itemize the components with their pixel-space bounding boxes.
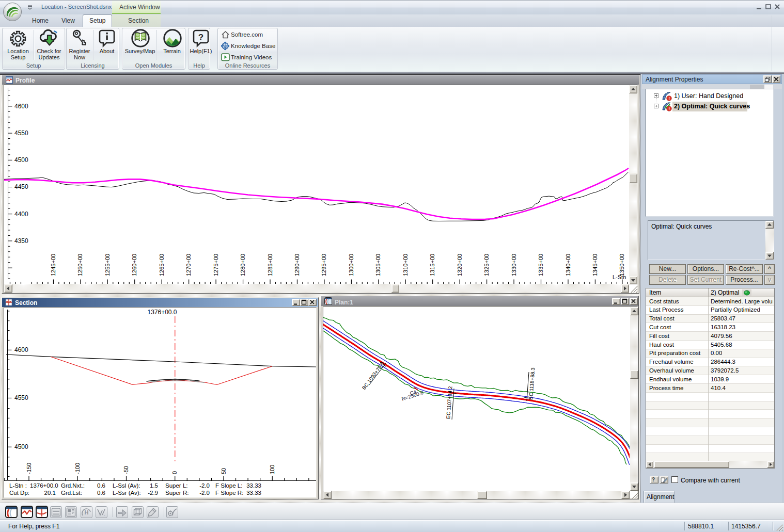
svg-text:H: H — [84, 509, 88, 515]
svg-text:4500: 4500 — [14, 443, 28, 450]
svg-text:1270+00: 1270+00 — [185, 254, 192, 276]
svg-text:1285+00: 1285+00 — [267, 254, 273, 276]
svg-text:1265+00: 1265+00 — [159, 254, 165, 276]
svg-text:-100: -100 — [74, 463, 81, 474]
svg-text:1345+00: 1345+00 — [592, 254, 598, 276]
svg-text:1330+00: 1330+00 — [511, 254, 517, 276]
svg-text:4550: 4550 — [14, 394, 28, 401]
svg-text:1376+00.0: 1376+00.0 — [147, 309, 177, 316]
svg-text:.: . — [104, 512, 105, 517]
svg-text:-50: -50 — [123, 466, 129, 474]
svg-text:4600: 4600 — [14, 346, 28, 353]
svg-text:4450: 4450 — [14, 183, 28, 190]
svg-text:1310+00: 1310+00 — [402, 254, 409, 276]
svg-text:4500: 4500 — [14, 156, 28, 164]
svg-text:1250+00: 1250+00 — [77, 254, 83, 276]
svg-text:L-Stn: L-Stn — [613, 274, 626, 280]
svg-text:1325+00: 1325+00 — [483, 254, 490, 276]
svg-text:4400: 4400 — [14, 211, 28, 218]
svg-text:4550: 4550 — [14, 130, 28, 137]
svg-text:1320+00: 1320+00 — [457, 254, 463, 276]
svg-text:50: 50 — [221, 468, 227, 474]
svg-text:1315+00: 1315+00 — [429, 254, 435, 276]
svg-text:1275+00: 1275+00 — [213, 254, 219, 276]
svg-text:?: ? — [198, 33, 203, 42]
svg-text:1350+00: 1350+00 — [619, 254, 625, 276]
svg-text:0: 0 — [171, 471, 178, 474]
svg-text:4600: 4600 — [14, 103, 28, 110]
svg-text:100: 100 — [269, 465, 275, 474]
svg-text:1280+00: 1280+00 — [240, 254, 246, 276]
svg-text:4350: 4350 — [14, 237, 28, 245]
svg-text:1335+00: 1335+00 — [538, 254, 544, 276]
svg-text:1300+00: 1300+00 — [348, 254, 354, 276]
svg-text:1260+00: 1260+00 — [131, 254, 137, 276]
svg-text:1290+00: 1290+00 — [294, 254, 300, 276]
svg-text:1255+00: 1255+00 — [104, 254, 111, 276]
svg-text:1245+00: 1245+00 — [50, 254, 56, 276]
svg-text:1340+00: 1340+00 — [565, 254, 571, 276]
svg-text:1305+00: 1305+00 — [375, 254, 381, 276]
svg-text:1295+00: 1295+00 — [321, 254, 327, 276]
svg-text:-150: -150 — [26, 463, 32, 474]
